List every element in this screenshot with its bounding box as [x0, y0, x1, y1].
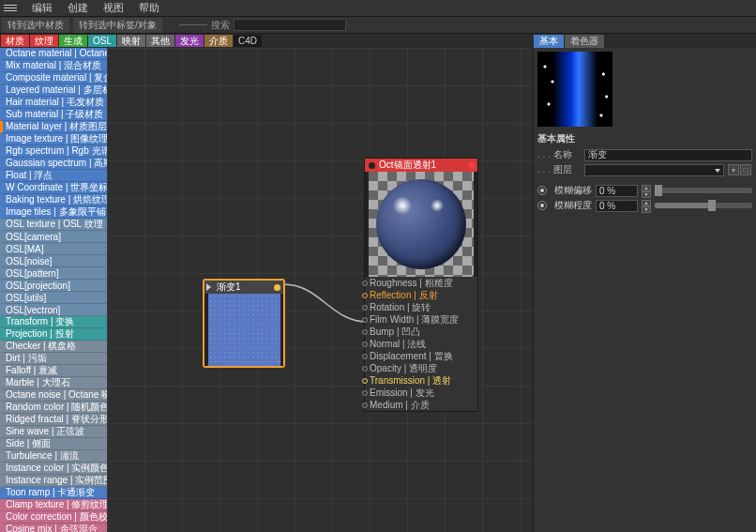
palette-item-29[interactable]: Random color | 随机颜色 [0, 402, 107, 414]
port-socket-icon[interactable] [362, 390, 368, 396]
node-oct-specular[interactable]: Oct镜面透射1 Roughness | 粗糙度Reflection | 反射R… [364, 158, 478, 412]
port-socket-icon[interactable] [362, 281, 368, 286]
resize-handle-icon[interactable]: ⤡ [275, 356, 282, 365]
port-socket-icon[interactable] [362, 378, 368, 384]
palette-item-33[interactable]: Turbulence | 湍流 [0, 450, 107, 463]
palette-item-27[interactable]: Marble | 大理石 [0, 377, 107, 389]
layer-btn-1[interactable]: ▾ [728, 164, 739, 175]
port-socket-icon[interactable] [362, 305, 368, 311]
blur-offset-input[interactable] [596, 185, 638, 197]
palette-item-8[interactable]: Rgb spectrum | Rgb 光谱 [0, 145, 107, 158]
layer-btn-2[interactable]: □ [740, 164, 751, 175]
palette-item-38[interactable]: Color correction | 颜色校正 [0, 511, 107, 524]
port-socket-icon[interactable] [362, 366, 368, 372]
category-tag-6[interactable]: 发光 [175, 35, 204, 47]
output-port-icon[interactable] [274, 284, 280, 291]
blur-degree-input[interactable] [596, 200, 638, 212]
palette-item-34[interactable]: Instance color | 实例颜色 [0, 463, 107, 475]
palette-item-31[interactable]: Sine wave | 正弦波 [0, 426, 107, 438]
port-5[interactable]: Normal | 法线 [365, 338, 477, 350]
right-tab-0[interactable]: 基本 [534, 35, 564, 48]
menu-item-help[interactable]: 帮助 [131, 1, 167, 15]
prop-layer-select[interactable] [584, 164, 724, 176]
node-header[interactable]: 渐变1 [204, 281, 283, 294]
goto-material-button[interactable]: 转到选中材质 [2, 18, 69, 33]
palette-item-2[interactable]: Composite material | 复合材质 [0, 72, 107, 84]
collapse-icon[interactable] [206, 283, 211, 291]
palette-item-13[interactable]: Image tiles | 多象限平铺 [0, 206, 107, 219]
port-socket-icon[interactable] [362, 293, 368, 298]
category-tag-4[interactable]: 映射 [117, 35, 145, 47]
palette-item-14[interactable]: OSL texture | OSL 纹理 [0, 219, 107, 231]
input-port-icon[interactable] [369, 162, 375, 169]
palette-item-20[interactable]: OSL[utils] [0, 292, 107, 304]
blur-offset-radio[interactable] [537, 186, 547, 195]
blur-degree-spinner[interactable]: ▲▼ [642, 200, 651, 212]
right-tab-1[interactable]: 着色器 [565, 35, 604, 48]
palette-item-18[interactable]: OSL[pattern] [0, 267, 107, 280]
palette-item-9[interactable]: Gaussian spectrum | 高斯光谱 [0, 158, 107, 170]
port-socket-icon[interactable] [362, 317, 368, 323]
port-9[interactable]: Emission | 发光 [365, 387, 477, 399]
category-tag-2[interactable]: 生成 [59, 35, 87, 47]
palette-item-35[interactable]: Instance range | 实例范围 [0, 475, 107, 487]
port-socket-icon[interactable] [362, 342, 368, 347]
node-graph-canvas[interactable]: 渐变1 ⤡ Oct镜面透射1 Roughness | 粗糙度Reflection… [107, 48, 533, 532]
port-3[interactable]: Film Width | 薄膜宽度 [365, 313, 477, 326]
palette-item-10[interactable]: Float | 浮点 [0, 170, 107, 182]
port-10[interactable]: Medium | 介质 [365, 399, 477, 411]
category-tag-5[interactable]: 其他 [146, 35, 174, 47]
category-tag-3[interactable]: OSL [88, 35, 116, 47]
node-header[interactable]: Oct镜面透射1 [365, 159, 477, 172]
palette-item-3[interactable]: Layered material | 多层材质 [0, 84, 107, 97]
palette-item-37[interactable]: Clamp texture | 修剪纹理 [0, 499, 107, 511]
palette-item-19[interactable]: OSL[projection] [0, 280, 107, 292]
prop-name-input[interactable] [584, 149, 752, 161]
palette-item-6[interactable]: Material layer | 材质图层 [0, 121, 107, 133]
category-tag-0[interactable]: 材质 [1, 35, 29, 47]
palette-item-22[interactable]: Transform | 变换 [0, 316, 107, 328]
palette-item-36[interactable]: Toon ramp | 卡通渐变 [0, 487, 107, 499]
category-tag-8[interactable]: C4D [234, 35, 262, 47]
palette-item-28[interactable]: Octane noise | Octane 噪波 [0, 389, 107, 402]
palette-item-11[interactable]: W Coordinate | 世界坐标 [0, 182, 107, 194]
palette-item-39[interactable]: Cosine mix | 余弦混合 [0, 524, 107, 532]
goto-tag-button[interactable]: 转到选中标签/对象 [73, 18, 162, 33]
palette-item-4[interactable]: Hair material | 毛发材质 [0, 97, 107, 109]
palette-item-5[interactable]: Sub material | 子级材质 [0, 109, 107, 121]
port-7[interactable]: Opacity | 透明度 [365, 362, 477, 374]
blur-degree-radio[interactable] [537, 201, 547, 210]
blur-degree-slider[interactable] [655, 203, 752, 208]
category-tag-7[interactable]: 介质 [204, 35, 233, 47]
palette-item-15[interactable]: OSL[camera] [0, 231, 107, 243]
palette-item-16[interactable]: OSL[MA] [0, 243, 107, 255]
port-8[interactable]: Transmission | 透射 [365, 374, 477, 387]
port-1[interactable]: Reflection | 反射 [365, 289, 477, 301]
palette-item-24[interactable]: Checker | 棋盘格 [0, 341, 107, 353]
palette-item-26[interactable]: Falloff | 衰减 [0, 365, 107, 377]
palette-item-25[interactable]: Dirt | 污垢 [0, 353, 107, 365]
palette-item-1[interactable]: Mix material | 混合材质 [0, 60, 107, 72]
blur-offset-slider[interactable] [655, 188, 752, 193]
output-port-icon[interactable] [468, 162, 475, 169]
node-gradient[interactable]: 渐变1 ⤡ [204, 280, 284, 367]
category-tag-1[interactable]: 纹理 [30, 35, 58, 47]
blur-offset-spinner[interactable]: ▲▼ [642, 185, 651, 197]
port-0[interactable]: Roughness | 粗糙度 [365, 277, 477, 289]
palette-item-23[interactable]: Projection | 投射 [0, 328, 107, 341]
palette-item-0[interactable]: Octane material | Octane 材质 [0, 48, 107, 60]
palette-item-21[interactable]: OSL[vectron] [0, 304, 107, 316]
port-6[interactable]: Displacement | 置换 [365, 350, 477, 362]
port-4[interactable]: Bump | 凹凸 [365, 326, 477, 338]
palette-item-17[interactable]: OSL[noise] [0, 255, 107, 267]
port-socket-icon[interactable] [362, 403, 368, 408]
search-input[interactable] [234, 19, 346, 31]
palette-item-30[interactable]: Ridged fractal | 脊状分形 [0, 414, 107, 426]
palette-item-32[interactable]: Side | 侧面 [0, 438, 107, 450]
port-2[interactable]: Rotation | 旋转 [365, 301, 477, 313]
hamburger-icon[interactable] [4, 5, 17, 11]
port-socket-icon[interactable] [362, 329, 368, 335]
palette-item-12[interactable]: Baking texture | 烘焙纹理 [0, 194, 107, 206]
menu-item-edit[interactable]: 编辑 [24, 1, 60, 15]
menu-item-view[interactable]: 视图 [96, 1, 131, 15]
